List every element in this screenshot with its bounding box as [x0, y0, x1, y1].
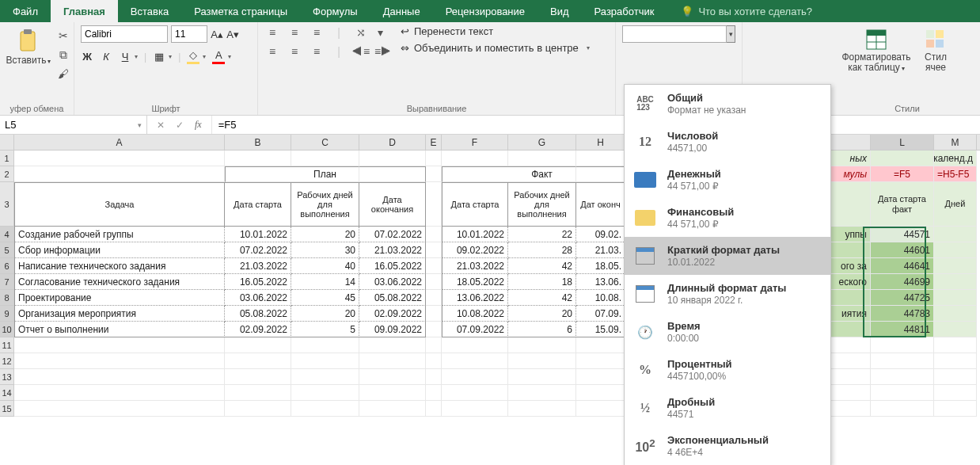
number-format-option[interactable]: Краткий формат даты10.01.2022	[625, 237, 830, 275]
row-header[interactable]: 8	[0, 290, 13, 306]
merge-center-button[interactable]: ⇔ Объединить и поместить в центре▾	[401, 42, 590, 54]
cell[interactable]: 13.06.2022	[442, 290, 508, 306]
cell[interactable]: 20	[291, 227, 359, 242]
header-fact-start[interactable]: Дата старта	[442, 182, 508, 227]
enter-formula-icon[interactable]: ✓	[176, 120, 184, 131]
col-header-E[interactable]: E	[426, 135, 442, 150]
tab-review[interactable]: Рецензирование	[433, 0, 537, 22]
italic-button[interactable]: К	[100, 51, 112, 63]
number-format-option[interactable]: 102Экспоненциальный4 46E+4	[625, 427, 830, 465]
wrap-text-button[interactable]: ↩ Перенести текст	[401, 25, 590, 37]
number-format-combo[interactable]	[622, 25, 727, 43]
cell[interactable]: 05.08.2022	[359, 290, 426, 306]
row-header[interactable]: 2	[0, 166, 13, 182]
cell[interactable]: 20	[508, 306, 576, 322]
number-format-dropdown-button[interactable]: ▾	[727, 25, 735, 43]
worksheet-grid[interactable]: A B C D E F G H L M 12345678910111213141…	[0, 135, 980, 417]
row-header[interactable]: 3	[0, 182, 13, 227]
tab-view[interactable]: Вид	[537, 0, 582, 22]
cell[interactable]: 09.09.2022	[359, 322, 426, 337]
row-header[interactable]: 9	[0, 306, 13, 322]
cell[interactable]: 44811	[871, 322, 934, 337]
cell[interactable]: 18.05.2022	[442, 274, 508, 290]
cell-task[interactable]: Создание рабочей группы	[14, 227, 225, 242]
cell[interactable]: 07.09.	[576, 306, 625, 322]
name-box[interactable]: L5▾	[0, 116, 147, 134]
number-format-option[interactable]: 🕐Время0:00:00	[625, 313, 830, 351]
tab-formulas[interactable]: Формулы	[300, 0, 370, 22]
col-header-D[interactable]: D	[359, 135, 426, 150]
cell[interactable]: 14	[291, 274, 359, 290]
row-header[interactable]: 13	[0, 369, 13, 385]
fill-color-button[interactable]: ◇	[187, 49, 199, 64]
header-days-right[interactable]: Дней	[934, 182, 977, 227]
tab-page-layout[interactable]: Разметка страницы	[181, 0, 300, 22]
number-format-option[interactable]: Длинный формат даты10 января 2022 г.	[625, 275, 830, 313]
tab-insert[interactable]: Вставка	[118, 0, 181, 22]
cell[interactable]: 6	[508, 322, 576, 337]
select-all-corner[interactable]	[0, 135, 14, 150]
cell[interactable]: 28	[508, 242, 576, 258]
cancel-formula-icon[interactable]: ✕	[157, 120, 165, 131]
align-right-icon[interactable]: ≡	[309, 44, 325, 59]
cell[interactable]	[831, 290, 871, 306]
cell[interactable]: 44783	[871, 306, 934, 322]
cell-task[interactable]: Написание технического задания	[14, 258, 225, 274]
formula-input[interactable]: =F5	[212, 116, 980, 134]
row-header[interactable]: 14	[0, 385, 13, 401]
header-days[interactable]: Рабочих дней для выполнения	[291, 182, 359, 227]
format-as-table-button[interactable]: Форматировать как таблицу▾	[841, 25, 912, 73]
plan-header[interactable]: План	[291, 166, 359, 182]
cell[interactable]: 45	[291, 290, 359, 306]
cell[interactable]: 22	[508, 227, 576, 242]
cell[interactable]: иятия	[831, 306, 871, 322]
cell[interactable]: 02.09.2022	[359, 306, 426, 322]
col-header-F[interactable]: F	[442, 135, 508, 150]
cell[interactable]: 03.06.2022	[225, 290, 291, 306]
row-header[interactable]: 12	[0, 353, 13, 369]
col-header-H[interactable]: H	[576, 135, 625, 150]
cell-task[interactable]: Согласование технического задания	[14, 274, 225, 290]
cell[interactable]: 07.02.2022	[359, 227, 426, 242]
cell[interactable]: 44571	[871, 227, 934, 242]
col-header-G[interactable]: G	[508, 135, 576, 150]
row-header[interactable]: 15	[0, 401, 13, 417]
tab-file[interactable]: Файл	[0, 0, 51, 22]
col-header-C[interactable]: C	[291, 135, 359, 150]
cell[interactable]: 10.08.2022	[442, 306, 508, 322]
cell[interactable]: 15.09.	[576, 322, 625, 337]
number-format-option[interactable]: 12Числовой44571,00	[625, 123, 830, 161]
col-header-L[interactable]: L	[871, 135, 934, 150]
cell-text[interactable]: мулы	[831, 166, 871, 182]
cell[interactable]: 09.02.2022	[442, 242, 508, 258]
align-top-icon[interactable]: ≡	[264, 25, 280, 40]
cell[interactable]: 5	[291, 322, 359, 337]
cell[interactable]: 18	[508, 274, 576, 290]
align-bottom-icon[interactable]: ≡	[309, 25, 325, 40]
font-size-combo[interactable]	[171, 25, 207, 43]
cell[interactable]: 02.09.2022	[225, 322, 291, 337]
paste-button[interactable]: Вставить▾	[6, 25, 51, 66]
cell[interactable]: уппы	[831, 227, 871, 242]
cut-icon[interactable]: ✂	[55, 29, 71, 43]
cell[interactable]: 10.01.2022	[225, 227, 291, 242]
cell[interactable]: 05.08.2022	[225, 306, 291, 322]
cell-task[interactable]: Сбор информации	[14, 242, 225, 258]
header-task[interactable]: Задача	[14, 182, 225, 227]
increase-font-icon[interactable]: A▴	[211, 29, 223, 40]
cell-task[interactable]: Отчет о выполнении	[14, 322, 225, 337]
col-header-A[interactable]: A	[14, 135, 225, 150]
decrease-indent-icon[interactable]: ⯇≡	[353, 44, 369, 59]
col-header-K[interactable]	[831, 135, 871, 150]
bold-button[interactable]: Ж	[81, 51, 93, 63]
cell[interactable]: 44699	[871, 274, 934, 290]
underline-button[interactable]: Ч	[119, 51, 131, 63]
tab-data[interactable]: Данные	[370, 0, 433, 22]
cell-styles-button[interactable]: Стил ячее	[917, 25, 955, 73]
row-header[interactable]: 6	[0, 258, 13, 274]
cell[interactable]: 10.01.2022	[442, 227, 508, 242]
cell[interactable]: 09.02.	[576, 227, 625, 242]
header-start[interactable]: Дата старта	[225, 182, 291, 227]
number-format-option[interactable]: %Процентный4457100,00%	[625, 351, 830, 389]
orientation-icon[interactable]: ⤭	[353, 25, 369, 40]
